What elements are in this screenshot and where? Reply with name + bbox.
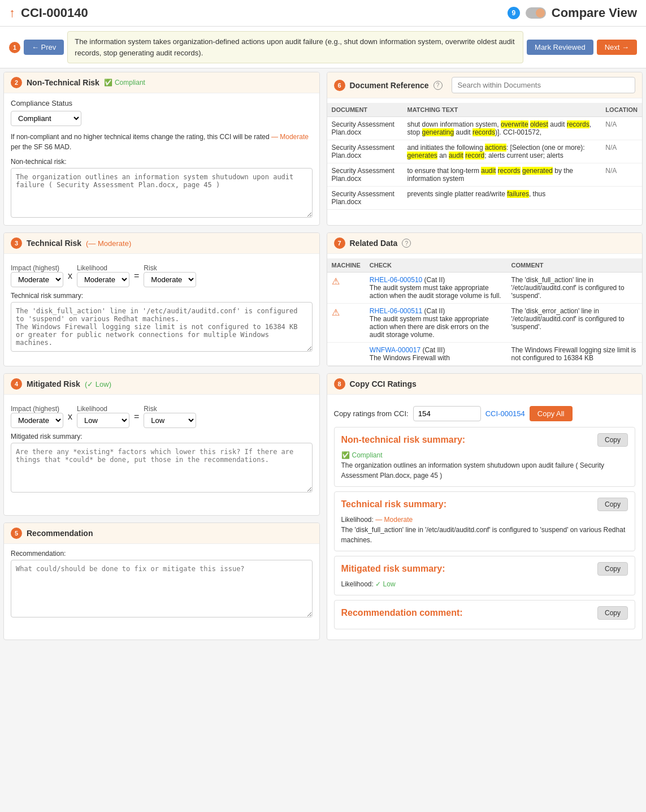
- table-row: Security Assessment Plan.docx shut down …: [327, 117, 643, 140]
- technical-copy-title: Technical risk summary:: [341, 499, 446, 509]
- related-cell-check: RHEL-06-000511 (Cat II) The audit system…: [365, 304, 507, 343]
- technical-risk-summary-label: Technical risk summary:: [11, 292, 313, 300]
- related-data-table: MACHINE CHECK COMMENT ⚠ RHEL-06-000510 (…: [327, 258, 643, 366]
- compare-view-label: Compare View: [552, 6, 637, 20]
- up-arrow-icon: ↑: [9, 6, 15, 20]
- document-reference-section: 6 Document Reference ? DOCUMENT MATCHING…: [327, 72, 643, 226]
- technical-copy-header: Technical risk summary: Copy: [341, 498, 628, 511]
- mitigated-risk-select[interactable]: LowModerateHighCritical: [144, 413, 196, 428]
- compare-view-toggle[interactable]: [526, 7, 546, 19]
- compliant-badge: ✅ Compliant: [104, 79, 145, 87]
- likelihood-group: Likelihood ModerateLowHighCritical: [77, 264, 129, 287]
- non-technical-status: ✅ Compliant: [341, 450, 383, 460]
- check-link[interactable]: RHEL-06-000510: [370, 276, 422, 284]
- mitigated-impact-group: Impact (highest) ModerateLowHighCritical: [11, 405, 63, 428]
- recommendation-title: Recommendation: [27, 529, 93, 538]
- copy-cci-header: 8 Copy CCI Ratings: [327, 374, 643, 395]
- multiply-x-2: x: [68, 412, 72, 422]
- non-technical-copy-button[interactable]: Copy: [597, 433, 628, 447]
- rating-info: If non-compliant and no higher technical…: [11, 132, 313, 152]
- mitigated-copy-button[interactable]: Copy: [597, 562, 628, 576]
- copy-cci-body: Copy ratings from CCI: CCI-000154 Copy A…: [327, 395, 643, 640]
- mitigated-copy-body: Likelihood: ✓ Low: [341, 579, 628, 589]
- nav-bar: 1 ← Prev The information system takes or…: [0, 27, 646, 68]
- non-technical-copy-title: Non-technical risk summary:: [341, 435, 466, 445]
- document-reference-help-icon[interactable]: ?: [433, 81, 443, 90]
- mitigated-risk-textarea[interactable]: [11, 443, 313, 493]
- warning-icon: ⚠: [332, 277, 340, 286]
- related-data-section: 7 Related Data ? MACHINE CHECK COMMENT: [327, 232, 643, 366]
- table-row: ⚠ RHEL-06-000511 (Cat II) The audit syst…: [327, 304, 643, 343]
- non-technical-risk-title: Non-Technical Risk: [27, 78, 99, 87]
- related-data-body: MACHINE CHECK COMMENT ⚠ RHEL-06-000510 (…: [327, 254, 643, 366]
- recommendation-copy-title: Recommendation comment:: [341, 608, 463, 618]
- badge-count: 9: [508, 7, 520, 19]
- related-data-header: 7 Related Data ?: [327, 233, 643, 254]
- doc-cell-text: prevents single platter read/write failu…: [402, 187, 601, 210]
- doc-cell-document: Security Assessment Plan.docx: [327, 140, 403, 163]
- mitigated-risk-summary-label: Mitigated risk summary:: [11, 433, 313, 440]
- mitigated-risk-row: Impact (highest) ModerateLowHighCritical…: [11, 405, 313, 428]
- mitigated-risk-section: 4 Mitigated Risk (✓ Low) Impact (highest…: [3, 373, 320, 516]
- page-title: CCI-000140: [21, 6, 88, 20]
- related-cell-machine: ⚠: [327, 273, 365, 304]
- copy-cci-section: 8 Copy CCI Ratings Copy ratings from CCI…: [327, 373, 643, 640]
- related-cell-machine: ⚠: [327, 304, 365, 343]
- likelihood-select[interactable]: ModerateLowHighCritical: [77, 272, 129, 287]
- mitigated-impact-select[interactable]: ModerateLowHighCritical: [11, 413, 63, 428]
- document-reference-body: DOCUMENT MATCHING TEXT LOCATION Security…: [327, 98, 643, 210]
- mitigated-likelihood-value: ✓ Low: [375, 580, 395, 588]
- next-button[interactable]: Next →: [597, 40, 637, 55]
- technical-risk-rating: (— Moderate): [86, 239, 131, 248]
- check-link[interactable]: WNFWA-000017: [370, 346, 420, 354]
- related-data-help-icon[interactable]: ?: [402, 239, 411, 248]
- mitigated-copy-header: Mitigated risk summary: Copy: [341, 562, 628, 576]
- technical-copy-button[interactable]: Copy: [597, 498, 628, 511]
- mitigated-risk-group: Risk LowModerateHighCritical: [144, 405, 196, 428]
- non-technical-risk-textarea[interactable]: The organization outlines an information…: [11, 168, 313, 218]
- main-layout: 2 Non-Technical Risk ✅ Compliant Complia…: [0, 68, 646, 643]
- nav-number-badge: 1: [9, 42, 20, 53]
- table-row: ⚠ RHEL-06-000510 (Cat II) The audit syst…: [327, 273, 643, 304]
- doc-cell-location: [601, 187, 642, 210]
- copy-all-button[interactable]: Copy All: [530, 406, 573, 421]
- section-7-number: 7: [334, 237, 345, 249]
- technical-risk-textarea[interactable]: The 'disk_full_action' line in '/etc/aud…: [11, 302, 313, 352]
- cci-link[interactable]: CCI-000154: [485, 409, 525, 418]
- technical-risk-section: 3 Technical Risk (— Moderate) Impact (hi…: [3, 232, 320, 366]
- mitigated-likelihood-group: Likelihood LowModerateHighCritical: [77, 405, 129, 428]
- copy-from-row: Copy ratings from CCI: CCI-000154 Copy A…: [334, 406, 636, 421]
- doc-cell-text: and initiates the following actions: [Se…: [402, 140, 601, 163]
- related-cell-check: WNFWA-000017 (Cat III) The Windows Firew…: [365, 343, 507, 366]
- recommendation-copy-button[interactable]: Copy: [597, 606, 628, 620]
- header: ↑ CCI-000140 9 Compare View: [0, 0, 646, 27]
- table-row: Security Assessment Plan.docx to ensure …: [327, 163, 643, 187]
- recommendation-section: 5 Recommendation Recommendation:: [3, 522, 320, 641]
- table-row: Security Assessment Plan.docx and initia…: [327, 140, 643, 163]
- doc-cell-document: Security Assessment Plan.docx: [327, 187, 403, 210]
- risk-select[interactable]: ModerateLowHighCritical: [144, 272, 196, 287]
- mitigated-copy-title: Mitigated risk summary:: [341, 564, 445, 574]
- likelihood-label: Likelihood: [77, 264, 129, 272]
- non-technical-risk-body: Compliance Status Compliant Non-Complian…: [4, 93, 319, 225]
- impact-select[interactable]: ModerateLowHighCritical: [11, 272, 63, 287]
- document-reference-title: Document Reference: [350, 81, 429, 90]
- section-4-number: 4: [11, 378, 22, 390]
- section-8-number: 8: [334, 378, 345, 390]
- doc-cell-document: Security Assessment Plan.docx: [327, 117, 403, 140]
- mitigated-likelihood-select[interactable]: LowModerateHighCritical: [77, 413, 129, 428]
- related-cell-machine: [327, 343, 365, 366]
- recommendation-textarea[interactable]: [11, 560, 313, 617]
- compliance-status-select[interactable]: Compliant Non-Compliant: [11, 111, 81, 126]
- mark-reviewed-button[interactable]: Mark Reviewed: [527, 40, 593, 55]
- copy-cci-input[interactable]: [413, 406, 481, 421]
- technical-risk-title: Technical Risk: [27, 239, 81, 248]
- check-link[interactable]: RHEL-06-000511: [370, 307, 422, 315]
- non-technical-risk-header: 2 Non-Technical Risk ✅ Compliant: [4, 72, 319, 93]
- document-search-input[interactable]: [452, 77, 635, 93]
- non-technical-copy-header: Non-technical risk summary: Copy: [341, 433, 628, 447]
- section-3-number: 3: [11, 237, 22, 249]
- prev-button[interactable]: ← Prev: [24, 40, 64, 55]
- document-reference-scroll: DOCUMENT MATCHING TEXT LOCATION Security…: [327, 98, 643, 210]
- mitigated-risk-rating: (✓ Low): [85, 380, 111, 388]
